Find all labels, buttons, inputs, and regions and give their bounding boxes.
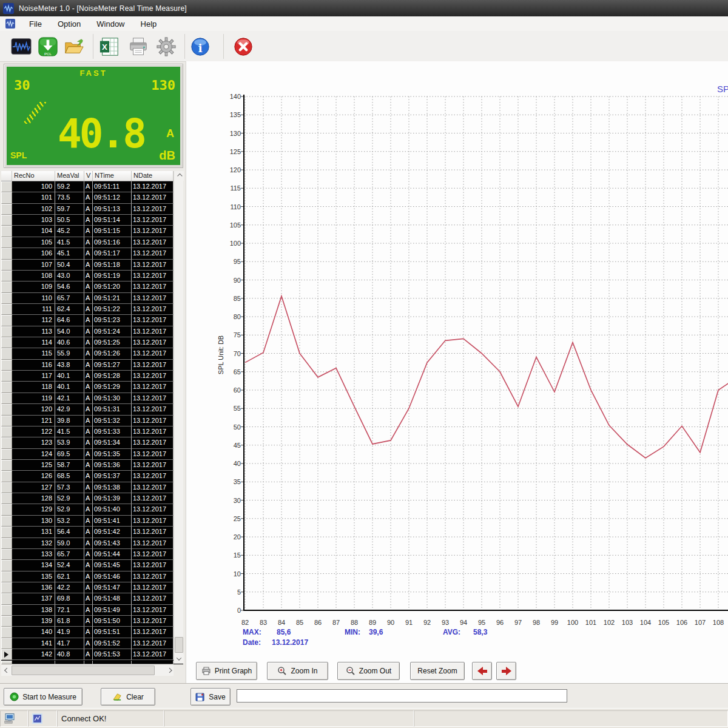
row-selector[interactable] bbox=[1, 271, 12, 281]
table-row[interactable]: 118 40.1 A 09:51:29 13.12.2017 bbox=[1, 382, 183, 393]
table-row[interactable]: 110 65.7 A 09:51:21 13.12.2017 bbox=[1, 293, 183, 304]
table-row[interactable]: 130 53.2 A 09:51:41 13.12.2017 bbox=[1, 516, 183, 527]
waveform-display-icon[interactable] bbox=[10, 35, 33, 58]
table-row[interactable]: 112 64.6 A 09:51:23 13.12.2017 bbox=[1, 315, 183, 326]
scroll-right-button[interactable] bbox=[164, 665, 174, 676]
clear-button[interactable]: Clear bbox=[101, 688, 155, 706]
pan-right-button[interactable] bbox=[496, 662, 516, 680]
save-filename-input[interactable] bbox=[237, 689, 567, 703]
row-selector[interactable] bbox=[1, 204, 12, 215]
vertical-scroll-thumb[interactable] bbox=[175, 637, 183, 653]
table-row[interactable]: 123 53.9 A 09:51:34 13.12.2017 bbox=[1, 437, 183, 448]
table-row[interactable]: 124 69.5 A 09:51:35 13.12.2017 bbox=[1, 449, 183, 460]
row-selector[interactable] bbox=[1, 538, 12, 549]
scroll-left-button[interactable] bbox=[1, 665, 11, 676]
table-row[interactable]: 129 52.9 A 09:51:40 13.12.2017 bbox=[1, 504, 183, 515]
table-row[interactable]: 106 45.1 A 09:51:17 13.12.2017 bbox=[1, 248, 183, 259]
table-row[interactable]: 139 61.8 A 09:51:50 13.12.2017 bbox=[1, 616, 183, 627]
open-file-icon[interactable] bbox=[62, 35, 86, 58]
table-row[interactable]: 115 55.9 A 09:51:26 13.12.2017 bbox=[1, 348, 183, 359]
table-row[interactable]: 132 59.0 A 09:51:43 13.12.2017 bbox=[1, 538, 183, 549]
row-selector[interactable] bbox=[1, 371, 12, 382]
table-row[interactable]: 125 58.7 A 09:51:36 13.12.2017 bbox=[1, 460, 183, 471]
scroll-up-button[interactable] bbox=[174, 171, 184, 181]
row-selector[interactable] bbox=[1, 605, 12, 616]
horizontal-scroll-thumb[interactable] bbox=[12, 666, 155, 675]
table-row[interactable]: 120 42.9 A 09:51:31 13.12.2017 bbox=[1, 404, 183, 415]
row-selector[interactable] bbox=[1, 638, 12, 649]
row-selector[interactable] bbox=[1, 416, 12, 426]
row-selector[interactable] bbox=[1, 549, 12, 560]
menu-window[interactable]: Window bbox=[89, 17, 132, 31]
row-selector[interactable] bbox=[1, 304, 12, 315]
row-selector[interactable] bbox=[1, 192, 12, 203]
table-row[interactable]: 131 56.4 A 09:51:42 13.12.2017 bbox=[1, 527, 183, 538]
row-selector[interactable] bbox=[1, 449, 12, 460]
table-row[interactable]: 108 43.0 A 09:51:19 13.12.2017 bbox=[1, 271, 183, 281]
row-selector[interactable] bbox=[1, 460, 12, 471]
table-row[interactable]: 102 59.7 A 09:51:13 13.12.2017 bbox=[1, 204, 183, 215]
row-selector[interactable] bbox=[1, 326, 12, 337]
print-icon[interactable] bbox=[127, 35, 150, 58]
info-icon[interactable]: i bbox=[189, 35, 212, 58]
pan-left-button[interactable] bbox=[472, 662, 492, 680]
table-row[interactable]: 119 42.1 A 09:51:30 13.12.2017 bbox=[1, 393, 183, 404]
table-row[interactable]: 100 59.2 A 09:51:11 13.12.2017 bbox=[1, 181, 183, 192]
row-selector[interactable] bbox=[1, 337, 12, 348]
row-selector[interactable] bbox=[1, 404, 12, 415]
row-selector[interactable] bbox=[1, 437, 12, 448]
row-selector[interactable] bbox=[1, 260, 12, 271]
scroll-down-button[interactable] bbox=[174, 654, 184, 664]
table-row[interactable]: 113 54.0 A 09:51:24 13.12.2017 bbox=[1, 326, 183, 337]
row-selector[interactable] bbox=[1, 382, 12, 393]
table-row[interactable]: 114 40.6 A 09:51:25 13.12.2017 bbox=[1, 337, 183, 348]
table-row[interactable]: 138 72.1 A 09:51:49 13.12.2017 bbox=[1, 605, 183, 616]
print-graph-button[interactable]: Print Graph bbox=[196, 662, 257, 680]
reset-zoom-button[interactable]: Reset Zoom bbox=[410, 662, 465, 680]
header-ndate[interactable]: NDate bbox=[132, 171, 174, 181]
row-selector[interactable] bbox=[1, 315, 12, 326]
table-row[interactable]: 136 42.2 A 09:51:47 13.12.2017 bbox=[1, 582, 183, 593]
row-selector[interactable] bbox=[1, 493, 12, 504]
row-selector[interactable] bbox=[1, 426, 12, 437]
save-button[interactable]: Save bbox=[190, 688, 231, 706]
menu-option[interactable]: Option bbox=[50, 17, 89, 31]
table-row[interactable]: 105 41.5 A 09:51:16 13.12.2017 bbox=[1, 237, 183, 248]
export-excel-icon[interactable]: X bbox=[98, 35, 121, 58]
row-selector[interactable] bbox=[1, 616, 12, 627]
row-selector[interactable] bbox=[1, 281, 12, 292]
table-row[interactable]: 140 41.9 A 09:51:51 13.12.2017 bbox=[1, 627, 183, 638]
table-row[interactable]: 133 65.7 A 09:51:44 13.12.2017 bbox=[1, 549, 183, 560]
row-selector[interactable] bbox=[1, 482, 12, 493]
row-selector[interactable] bbox=[1, 215, 12, 226]
row-selector[interactable] bbox=[1, 571, 12, 582]
row-selector[interactable] bbox=[1, 649, 12, 660]
table-row[interactable]: 142 40.8 A 09:51:53 13.12.2017 bbox=[1, 649, 183, 660]
menu-file[interactable]: File bbox=[21, 17, 50, 31]
table-row[interactable]: 111 62.4 A 09:51:22 13.12.2017 bbox=[1, 304, 183, 315]
row-selector[interactable] bbox=[1, 516, 12, 527]
table-row[interactable]: 109 54.6 A 09:51:20 13.12.2017 bbox=[1, 281, 183, 292]
header-weight[interactable]: V bbox=[84, 171, 93, 181]
row-selector[interactable] bbox=[1, 560, 12, 571]
row-selector[interactable] bbox=[1, 348, 12, 359]
header-ntime[interactable]: NTime bbox=[93, 171, 132, 181]
table-row[interactable]: 104 45.2 A 09:51:15 13.12.2017 bbox=[1, 226, 183, 237]
table-row[interactable]: 135 62.1 A 09:51:46 13.12.2017 bbox=[1, 571, 183, 582]
row-selector[interactable] bbox=[1, 293, 12, 304]
table-row[interactable]: 121 39.8 A 09:51:32 13.12.2017 bbox=[1, 416, 183, 426]
menu-help[interactable]: Help bbox=[133, 17, 165, 31]
exit-icon[interactable] bbox=[232, 35, 255, 58]
settings-gear-icon[interactable] bbox=[155, 35, 178, 58]
table-row[interactable]: 101 73.5 A 09:51:12 13.12.2017 bbox=[1, 192, 183, 203]
row-selector[interactable] bbox=[1, 471, 12, 482]
start-measure-button[interactable]: Start to Measure bbox=[4, 688, 83, 706]
download-records-icon[interactable]: PCL bbox=[36, 35, 59, 58]
table-row[interactable]: 126 68.5 A 09:51:37 13.12.2017 bbox=[1, 471, 183, 482]
zoom-out-button[interactable]: Zoom Out bbox=[337, 662, 400, 680]
row-selector[interactable] bbox=[1, 237, 12, 248]
table-row[interactable]: 117 40.1 A 09:51:28 13.12.2017 bbox=[1, 371, 183, 382]
table-row[interactable]: 107 50.4 A 09:51:18 13.12.2017 bbox=[1, 260, 183, 271]
table-row[interactable]: 127 57.3 A 09:51:38 13.12.2017 bbox=[1, 482, 183, 493]
table-row[interactable]: 141 41.7 A 09:51:52 13.12.2017 bbox=[1, 638, 183, 649]
